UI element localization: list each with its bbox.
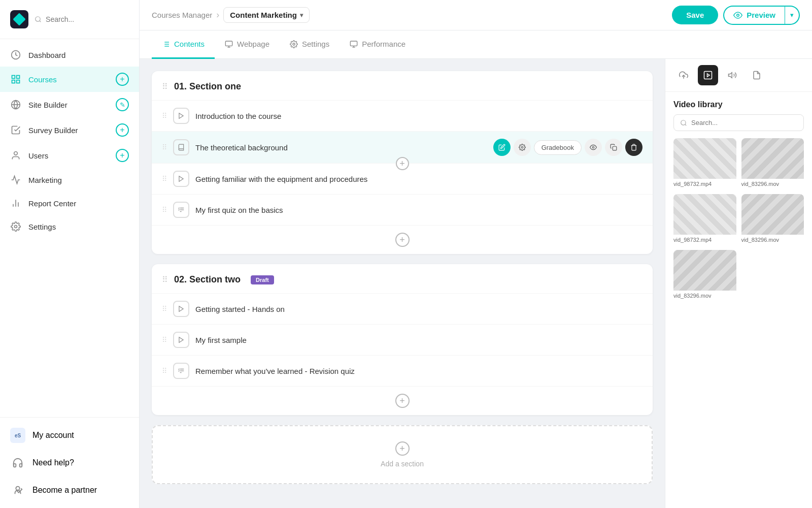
lesson-my-first-sample: ⠿ My first sample [152,324,653,355]
sidebar-item-settings[interactable]: Settings [0,215,139,238]
video-thumb-4[interactable]: vid_83296.mov [741,194,804,245]
svg-point-0 [36,17,40,21]
section-2-add-lesson[interactable]: + [152,386,653,415]
svg-marker-37 [179,306,183,312]
svg-rect-32 [613,146,617,150]
lesson-settings-button[interactable] [514,139,531,156]
tab-webpage[interactable]: Webpage [215,30,280,59]
content-main: ⠿ 01. Section one ⠿ Introduction to the … [140,59,665,508]
gradebook-button[interactable]: Gradebook [534,140,582,155]
lesson-6-title: My first sample [195,336,642,344]
eye-preview-icon [590,144,597,151]
video-thumb-1[interactable]: vid_98732.mp4 [673,138,736,189]
preview-button[interactable]: Preview [723,6,785,25]
preview-group: Preview ▾ [723,6,800,25]
lesson-revision-quiz: ⠿ Remember what you've learned - Revisio… [152,355,653,386]
section-1-header: ⠿ 01. Section one [152,71,653,100]
settings-icon [10,221,21,232]
eye-icon [733,11,742,20]
survey-builder-add-button[interactable]: + [116,123,129,137]
users-add-button[interactable]: + [116,149,129,162]
svg-point-31 [592,146,594,148]
breadcrumb-current[interactable]: Content Marketing ▾ [223,7,310,23]
lesson-copy-button[interactable] [605,139,622,156]
sidebar-nav: Dashboard Courses + Site Builder ✎ [0,39,139,417]
add-between-button[interactable]: + [396,157,409,170]
site-builder-edit-button[interactable]: ✎ [116,98,129,111]
preview-more-button[interactable]: ▾ [785,6,800,25]
video-label-3: vid_98732.mp4 [673,235,736,245]
lesson-drag-handle-2[interactable]: ⠿ [162,143,167,151]
sidebar-item-users[interactable]: Users + [0,143,139,168]
tabbar: Contents Webpage Settings Performance [140,30,812,59]
lesson-drag-handle-3[interactable]: ⠿ [162,175,167,183]
courses-add-button[interactable]: + [116,73,129,86]
lesson-7-title: Remember what you've learned - Revision … [195,367,642,375]
sidebar-item-label-report-center: Report Center [28,199,76,208]
sidebar: Dashboard Courses + Site Builder ✎ [0,0,140,508]
sidebar-need-help[interactable]: Need help? [0,449,139,477]
sidebar-item-report-center[interactable]: Report Center [0,192,139,215]
upload-tool[interactable] [673,65,694,85]
lesson-preview-button[interactable] [585,139,602,156]
section-1-drag-handle[interactable]: ⠿ [162,82,168,91]
lesson-video-icon-3 [173,171,189,187]
video-label-5: vid_83296.mov [673,291,736,301]
add-lesson-icon-2: + [395,394,410,408]
marketing-icon [10,174,21,185]
sidebar-item-survey-builder[interactable]: Survey Builder + [0,117,139,143]
section-1-add-lesson[interactable]: + [152,225,653,254]
lesson-drag-handle-7[interactable]: ⠿ [162,367,167,375]
topbar-actions: Save Preview ▾ [672,6,800,25]
sidebar-become-partner[interactable]: Become a partner [0,477,139,504]
search-input[interactable] [46,15,129,23]
section-2-drag-handle[interactable]: ⠿ [162,275,168,284]
add-section-area[interactable]: + Add a section [152,425,653,484]
sidebar-item-label-settings: Settings [28,223,56,231]
settings-tab-icon [290,40,298,48]
panel-search-icon [680,119,687,126]
account-avatar: eS [10,428,25,443]
video-thumb-3[interactable]: vid_98732.mp4 [673,194,736,245]
svg-rect-4 [17,76,20,79]
video-thumb-5[interactable]: vid_83296.mov [673,250,736,301]
svg-point-9 [14,152,18,155]
lesson-edit-button[interactable] [493,139,511,156]
sidebar-item-courses[interactable]: Courses + [0,67,139,92]
document-tool[interactable] [747,65,767,85]
lesson-drag-handle-6[interactable]: ⠿ [162,336,167,344]
video-tool[interactable] [698,65,718,85]
report-center-icon [10,198,21,209]
trash-icon [630,144,637,151]
sidebar-item-dashboard[interactable]: Dashboard [0,43,139,67]
sidebar-item-marketing[interactable]: Marketing [0,168,139,192]
section-1-title: 01. Section one [174,81,241,92]
tab-performance[interactable]: Performance [340,30,416,59]
svg-rect-5 [17,80,20,83]
panel-toolbar [665,59,812,92]
video-thumb-2[interactable]: vid_83296.mov [741,138,804,189]
tab-settings[interactable]: Settings [280,30,340,59]
sidebar-my-account[interactable]: eS My account [0,422,139,449]
svg-line-47 [685,124,687,125]
lesson-4-title: My first quiz on the basics [195,206,642,214]
lesson-1-title: Introduction to the course [195,112,642,120]
section-1-card: ⠿ 01. Section one ⠿ Introduction to the … [152,71,653,254]
panel-search-input[interactable] [691,119,797,126]
lesson-drag-handle-4[interactable]: ⠿ [162,206,167,214]
svg-marker-38 [179,337,183,343]
logo-icon [10,10,28,28]
performance-tab-icon [350,40,358,48]
draft-badge: Draft [251,275,274,284]
lesson-quiz-icon [173,202,189,218]
audio-tool[interactable] [722,65,742,85]
help-icon [10,455,25,470]
lesson-drag-handle-5[interactable]: ⠿ [162,305,167,313]
save-button[interactable]: Save [672,6,718,24]
tab-contents[interactable]: Contents [152,30,215,59]
lesson-delete-button[interactable] [625,139,642,156]
sidebar-item-site-builder[interactable]: Site Builder ✎ [0,92,139,117]
lesson-drag-handle[interactable]: ⠿ [162,112,167,120]
add-section-icon: + [395,441,410,456]
panel-search [673,114,804,131]
